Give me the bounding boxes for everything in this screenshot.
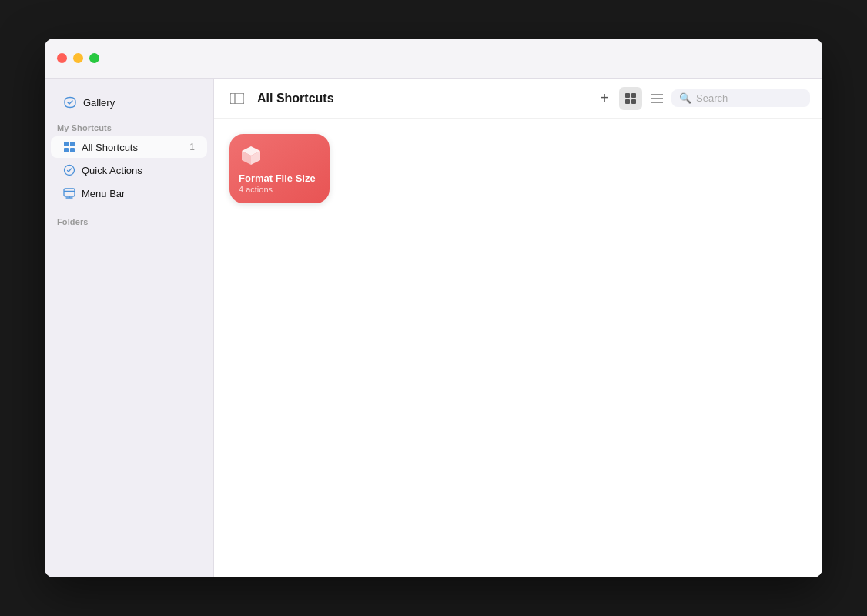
main-content: Gallery My Shortcuts All Shortcuts 1 [45,79,822,578]
menu-bar-label: Menu Bar [82,188,195,199]
traffic-lights [57,53,99,63]
svg-rect-0 [64,142,69,146]
list-icon [651,93,663,104]
svg-rect-12 [631,93,636,98]
content-area: All Shortcuts + [214,79,822,578]
svg-rect-1 [70,142,75,146]
quick-actions-label: Quick Actions [82,165,195,176]
svg-rect-9 [230,93,244,104]
menu-bar-icon [63,187,75,199]
list-view-button[interactable] [645,87,668,110]
add-button[interactable]: + [593,87,616,110]
shortcut-card-subtitle: 4 actions [239,185,320,194]
add-icon: + [600,89,609,107]
sidebar-item-menu-bar[interactable]: Menu Bar [51,182,207,204]
sidebar-item-quick-actions[interactable]: Quick Actions [51,159,207,181]
all-shortcuts-icon [63,141,75,153]
grid-icon [624,92,637,105]
all-shortcuts-count: 1 [189,142,195,152]
gallery-label: Gallery [83,97,195,109]
close-button[interactable] [57,53,67,63]
grid-view-button[interactable] [619,87,642,110]
svg-rect-11 [625,93,630,98]
my-shortcuts-section-label: My Shortcuts [45,123,213,132]
shortcut-card-info: Format File Size 4 actions [239,172,320,194]
titlebar [45,38,822,79]
svg-rect-14 [631,99,636,104]
sidebar: Gallery My Shortcuts All Shortcuts 1 [45,79,214,578]
shortcut-card-icon [239,143,263,168]
all-shortcuts-label: All Shortcuts [82,142,183,153]
folders-section-label: Folders [45,217,213,226]
search-icon: 🔍 [679,92,691,104]
shortcut-card-format-file-size[interactable]: Format File Size 4 actions [229,134,330,203]
sidebar-item-gallery[interactable]: Gallery [51,91,207,114]
svg-rect-5 [64,189,75,196]
gallery-icon [63,95,77,109]
quick-actions-icon [63,164,75,176]
maximize-button[interactable] [89,53,99,63]
svg-rect-3 [70,148,75,152]
content-title: All Shortcuts [257,92,584,105]
minimize-button[interactable] [73,53,83,63]
svg-rect-2 [64,148,69,152]
shortcuts-grid: Format File Size 4 actions [214,119,822,578]
app-window: Gallery My Shortcuts All Shortcuts 1 [45,38,822,578]
search-input[interactable] [696,92,802,104]
search-box[interactable]: 🔍 [671,89,810,107]
sidebar-toggle-button[interactable] [226,88,248,109]
content-header: All Shortcuts + [214,79,822,119]
shortcut-card-title: Format File Size [239,172,320,185]
sidebar-item-all-shortcuts[interactable]: All Shortcuts 1 [51,136,207,158]
svg-rect-13 [625,99,630,104]
header-actions: + [593,87,810,110]
